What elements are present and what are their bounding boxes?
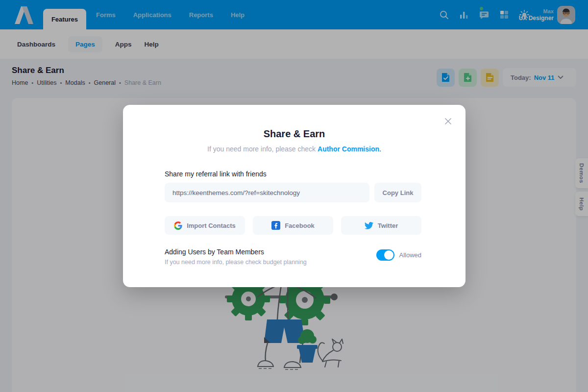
team-toggle-wrap: Allowed [376, 249, 421, 261]
google-icon [174, 221, 182, 230]
app-window: Features Forms Applications Reports Help [0, 0, 588, 392]
author-commission-link[interactable]: Author Commision [318, 145, 379, 153]
facebook-button[interactable]: Facebook [253, 216, 333, 235]
modal-subtitle-text: If you need more info, please check [207, 145, 318, 153]
team-text-block: Adding Users by Team Members If you need… [165, 248, 307, 266]
toggle-knob [384, 250, 393, 260]
twitter-button[interactable]: Twitter [341, 216, 421, 235]
modal-subtitle: If you need more info, please check Auth… [123, 145, 466, 153]
referral-label: Share my referral link with friends [165, 170, 421, 178]
modal-body: Share my referral link with friends Copy… [165, 170, 421, 266]
facebook-icon [271, 221, 280, 230]
team-members-label: Adding Users by Team Members [165, 248, 307, 256]
allowed-toggle[interactable] [376, 249, 394, 261]
toggle-state-label: Allowed [399, 251, 421, 259]
close-icon[interactable] [443, 117, 452, 125]
modal-title: Share & Earn [123, 128, 466, 140]
twitter-icon [365, 222, 373, 229]
import-contacts-button[interactable]: Import Contacts [165, 216, 245, 235]
copy-link-button[interactable]: Copy Link [374, 183, 421, 202]
referral-link-input[interactable] [165, 183, 369, 202]
share-earn-modal: Share & Earn If you need more info, plea… [123, 105, 466, 287]
team-members-hint: If you need more info, please check budg… [165, 259, 307, 266]
